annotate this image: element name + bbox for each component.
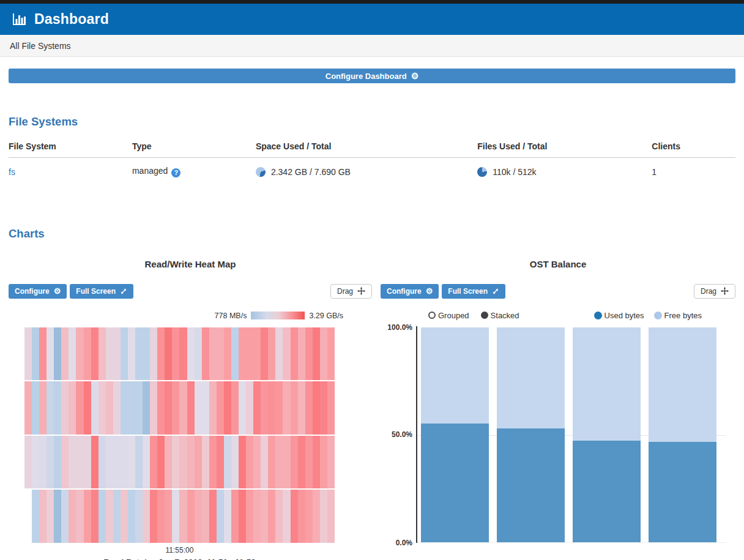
- heatmap-cell[interactable]: [195, 436, 202, 489]
- heatmap-cell[interactable]: [224, 436, 231, 489]
- heatmap-cell[interactable]: [261, 327, 268, 381]
- heatmap-cell[interactable]: [99, 381, 106, 435]
- heatmap-cell[interactable]: [224, 490, 231, 543]
- heatmap-cell[interactable]: [128, 381, 135, 435]
- heatmap-cell[interactable]: [298, 381, 305, 435]
- heatmap-cell[interactable]: [172, 436, 179, 489]
- heatmap-cell[interactable]: [46, 381, 54, 435]
- heatmap-cell[interactable]: [217, 490, 224, 543]
- heatmap-cell[interactable]: [327, 327, 335, 381]
- heatmap-cell[interactable]: [24, 381, 32, 435]
- heatmap-cell[interactable]: [69, 327, 76, 381]
- heatmap-cell[interactable]: [320, 490, 327, 543]
- heatmap-cell[interactable]: [106, 327, 113, 381]
- heatmap-cell[interactable]: [217, 327, 224, 381]
- heatmap-cell[interactable]: [150, 381, 157, 435]
- heatmap-cell[interactable]: [91, 436, 99, 489]
- heatmap-cell[interactable]: [135, 490, 143, 543]
- heatmap-cell[interactable]: [69, 490, 76, 543]
- free-bytes-legend-item[interactable]: Free bytes: [654, 311, 702, 320]
- heatmap-cell[interactable]: [217, 381, 224, 435]
- heatmap-cell[interactable]: [268, 381, 275, 435]
- heatmap-cell[interactable]: [113, 490, 121, 543]
- heatmap-cell[interactable]: [179, 381, 187, 435]
- heatmap-cell[interactable]: [69, 436, 76, 489]
- used-bytes-segment[interactable]: [421, 424, 489, 542]
- heatmap-cell[interactable]: [24, 436, 32, 489]
- heatmap-cell[interactable]: [121, 327, 128, 381]
- heatmap-cell[interactable]: [76, 436, 83, 489]
- free-bytes-segment[interactable]: [573, 327, 641, 441]
- heatmap-cell[interactable]: [291, 381, 298, 435]
- heatmap-cell[interactable]: [39, 490, 46, 543]
- heatmap-cell[interactable]: [195, 490, 202, 543]
- heatmap-cell[interactable]: [91, 327, 99, 381]
- heatmap-cell[interactable]: [157, 381, 165, 435]
- heatmap-cell[interactable]: [121, 490, 128, 543]
- heatmap-cell[interactable]: [209, 381, 217, 435]
- heatmap-cell[interactable]: [172, 381, 179, 435]
- heatmap-cell[interactable]: [283, 490, 290, 543]
- heatmap-cell[interactable]: [275, 436, 283, 489]
- heatmap-cell[interactable]: [54, 381, 61, 435]
- heatmap-cell[interactable]: [313, 436, 320, 489]
- heatmap-cell[interactable]: [172, 327, 179, 381]
- heatmap-cell[interactable]: [165, 327, 172, 381]
- heatmap-cell[interactable]: [275, 490, 283, 543]
- heatmap-cell[interactable]: [246, 327, 253, 381]
- heatmap-cell[interactable]: [195, 327, 202, 381]
- heatmap-cell[interactable]: [121, 381, 128, 435]
- ost-bar[interactable]: [573, 327, 641, 542]
- breadcrumb-label[interactable]: All File Systems: [10, 41, 71, 51]
- heatmap-cell[interactable]: [202, 436, 209, 489]
- heatmap-cell[interactable]: [239, 327, 246, 381]
- heatmap-cell[interactable]: [320, 436, 327, 489]
- heatmap-cell[interactable]: [46, 436, 54, 489]
- heatmap-cell[interactable]: [135, 381, 143, 435]
- heatmap-cell[interactable]: [202, 327, 209, 381]
- heatmap-cell[interactable]: [143, 490, 150, 543]
- heatmap-cell[interactable]: [320, 327, 327, 381]
- heatmap-cell[interactable]: [187, 490, 195, 543]
- heatmap-cell[interactable]: [91, 381, 99, 435]
- heatmap-cell[interactable]: [231, 327, 239, 381]
- heatmap-cell[interactable]: [99, 436, 106, 489]
- heatmap-cell[interactable]: [313, 381, 320, 435]
- free-bytes-segment[interactable]: [497, 327, 565, 428]
- ost-drag-handle[interactable]: Drag: [694, 284, 735, 299]
- used-bytes-segment[interactable]: [649, 442, 716, 542]
- heatmap-cell[interactable]: [61, 490, 69, 543]
- heatmap-cell[interactable]: [128, 436, 135, 489]
- heatmap-cell[interactable]: [209, 436, 217, 489]
- heatmap-cell[interactable]: [291, 327, 298, 381]
- ost-bar[interactable]: [649, 327, 716, 542]
- heatmap-cell[interactable]: [305, 436, 313, 489]
- heatmap-cell[interactable]: [54, 436, 61, 489]
- heatmap-cell[interactable]: [239, 436, 246, 489]
- heatmap-cell[interactable]: [246, 490, 253, 543]
- grouped-mode-option[interactable]: Grouped: [428, 311, 469, 320]
- heatmap-cell[interactable]: [261, 490, 268, 543]
- heatmap-cell[interactable]: [54, 327, 61, 381]
- heatmap-cell[interactable]: [143, 381, 150, 435]
- heatmap-cell[interactable]: [39, 327, 46, 381]
- heatmap-cell[interactable]: [150, 490, 157, 543]
- heatmap-cell[interactable]: [106, 436, 113, 489]
- heatmap-cell[interactable]: [313, 327, 320, 381]
- heatmap-cell[interactable]: [69, 381, 76, 435]
- heatmap-cell[interactable]: [39, 436, 46, 489]
- heatmap-cell[interactable]: [253, 436, 261, 489]
- heatmap-cell[interactable]: [298, 436, 305, 489]
- heatmap-cell[interactable]: [157, 436, 165, 489]
- heatmap-cell[interactable]: [165, 381, 172, 435]
- heatmap-cell[interactable]: [217, 436, 224, 489]
- heatmap-cell[interactable]: [231, 490, 239, 543]
- heatmap-cell[interactable]: [268, 490, 275, 543]
- heatmap-cell[interactable]: [305, 327, 313, 381]
- heatmap-cell[interactable]: [179, 490, 187, 543]
- heatmap-cell[interactable]: [231, 436, 239, 489]
- heatmap-cell[interactable]: [39, 381, 46, 435]
- file-system-link[interactable]: fs: [9, 167, 15, 177]
- heatmap-cell[interactable]: [187, 436, 195, 489]
- used-bytes-segment[interactable]: [497, 428, 565, 542]
